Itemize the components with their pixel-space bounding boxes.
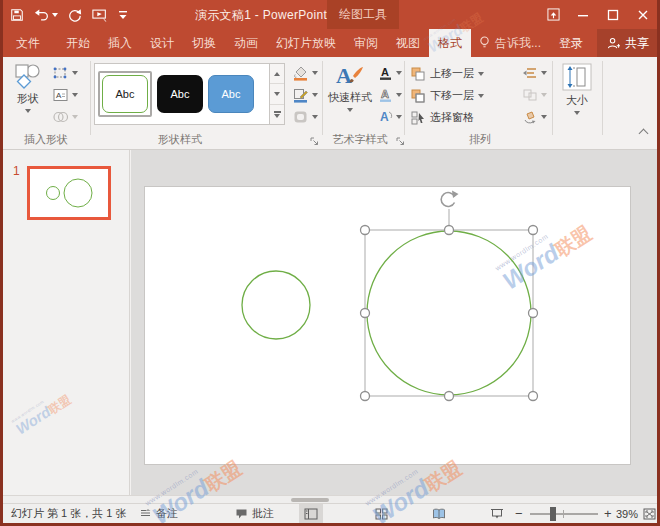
text-outline-icon: A: [378, 87, 393, 103]
resize-handle-bottom-left[interactable]: [361, 392, 370, 401]
resize-handle-right[interactable]: [529, 309, 538, 318]
svg-text:A: A: [336, 63, 352, 88]
gallery-scroll-up-button[interactable]: [270, 64, 284, 84]
collapse-ribbon-button[interactable]: [640, 123, 647, 141]
undo-button[interactable]: [34, 8, 58, 21]
shape-style-gallery: Abc Abc Abc: [94, 63, 270, 125]
undo-dropdown-arrow-icon[interactable]: [52, 13, 58, 17]
tab-format[interactable]: 格式: [429, 29, 471, 57]
align-objects-button[interactable]: [522, 66, 547, 80]
contextual-tab-group-drawing-tools: 绘图工具: [327, 0, 399, 29]
group-dropdown-arrow-icon: [541, 93, 547, 97]
shapes-label: 形状: [17, 91, 39, 106]
tab-file[interactable]: 文件: [0, 29, 49, 57]
send-backward-label: 下移一层: [430, 88, 474, 103]
quick-styles-button[interactable]: A 快速样式: [328, 62, 372, 112]
wordart-quick-styles-icon: A: [335, 62, 365, 88]
send-backward-icon: [410, 88, 426, 103]
share-button[interactable]: 共享: [597, 29, 659, 57]
shape-effects-button[interactable]: [292, 109, 318, 125]
tab-design[interactable]: 设计: [141, 29, 183, 57]
edit-shape-button[interactable]: [52, 65, 78, 81]
group-label-insert-shapes: 插入形状: [6, 132, 86, 147]
minimize-button[interactable]: [568, 0, 598, 29]
shapes-gallery-button[interactable]: 形状: [10, 63, 46, 113]
resize-handle-top-left[interactable]: [361, 226, 370, 235]
close-button[interactable]: [628, 0, 658, 29]
selection-pane-label: 选择窗格: [430, 110, 474, 125]
slide-editing-area[interactable]: [144, 186, 631, 465]
slide-sorter-view-button[interactable]: [369, 504, 393, 523]
size-dropdown-arrow-icon: [574, 111, 580, 115]
large-circle-shape[interactable]: [367, 231, 531, 395]
rotate-objects-button[interactable]: [522, 110, 547, 124]
slide-thumbnail-1[interactable]: [27, 166, 111, 220]
save-button[interactable]: [10, 8, 24, 22]
merge-shapes-button[interactable]: [52, 109, 78, 125]
maximize-button[interactable]: [598, 0, 628, 29]
comments-button[interactable]: 批注: [235, 504, 274, 523]
tab-transitions[interactable]: 切换: [183, 29, 225, 57]
text-effects-button[interactable]: A: [378, 109, 402, 125]
slide-sorter-icon: [375, 508, 388, 520]
shape-fill-button[interactable]: [292, 65, 318, 81]
shape-style-tile-3[interactable]: Abc: [208, 75, 254, 113]
tab-animations[interactable]: 动画: [225, 29, 267, 57]
shapes-dropdown-arrow-icon: [25, 109, 31, 113]
selection-pane-button[interactable]: 选择窗格: [410, 110, 474, 125]
window-title: 演示文稿1 - PowerPoint: [195, 7, 327, 24]
shapes-icon: [14, 63, 42, 89]
tab-insert[interactable]: 插入: [99, 29, 141, 57]
horizontal-scrollbar-thumb[interactable]: [291, 498, 329, 502]
gallery-more-button[interactable]: [270, 105, 284, 124]
size-group-button[interactable]: 大小: [558, 63, 596, 115]
normal-view-button[interactable]: [299, 504, 323, 523]
resize-handle-top-right[interactable]: [529, 226, 538, 235]
zoom-slider[interactable]: [530, 504, 598, 523]
notes-button[interactable]: 备注: [139, 504, 178, 523]
start-slideshow-button[interactable]: [92, 8, 108, 22]
send-backward-button[interactable]: 下移一层: [410, 88, 484, 103]
text-box-button[interactable]: A: [52, 87, 78, 103]
bring-forward-dropdown-arrow-icon: [478, 72, 484, 76]
resize-handle-bottom-right[interactable]: [529, 392, 538, 401]
zoom-level[interactable]: 39%: [616, 504, 638, 523]
resize-handle-top[interactable]: [445, 226, 454, 235]
resize-handle-bottom[interactable]: [445, 392, 454, 401]
shape-styles-dialog-launcher[interactable]: [310, 137, 319, 146]
svg-text:A: A: [380, 110, 389, 124]
gallery-scroll-down-button[interactable]: [270, 84, 284, 104]
group-objects-button[interactable]: [522, 88, 547, 102]
tab-home[interactable]: 开始: [57, 29, 99, 57]
reading-view-button[interactable]: [427, 504, 451, 523]
slideshow-view-button[interactable]: [485, 504, 509, 523]
ribbon-display-options-button[interactable]: [538, 0, 568, 29]
fit-slide-to-window-button[interactable]: [643, 504, 656, 523]
zoom-slider-track[interactable]: [530, 513, 598, 515]
shape-outline-button[interactable]: [292, 87, 318, 103]
zoom-slider-thumb[interactable]: [550, 507, 556, 521]
resize-handle-left[interactable]: [361, 309, 370, 318]
text-outline-button[interactable]: A: [378, 87, 402, 103]
wordart-dialog-launcher[interactable]: [396, 137, 405, 146]
horizontal-scrollbar[interactable]: [3, 495, 657, 503]
tellme-box[interactable]: 告诉我...: [471, 29, 549, 57]
slide-canvas[interactable]: [131, 150, 657, 495]
redo-button[interactable]: [68, 8, 82, 22]
small-circle-shape[interactable]: [242, 271, 310, 339]
shape-style-tile-2[interactable]: Abc: [157, 75, 203, 113]
zoom-out-button[interactable]: −: [515, 504, 523, 523]
slide-number: 1: [13, 164, 20, 178]
shape-style-1-selected[interactable]: Abc: [98, 71, 152, 117]
slide-thumbnail-panel[interactable]: 1: [3, 150, 130, 495]
zoom-in-button[interactable]: +: [604, 504, 612, 523]
bring-forward-button[interactable]: 上移一层: [410, 66, 484, 81]
selection-pane-icon: [410, 110, 426, 125]
signin-button[interactable]: 登录: [549, 29, 593, 57]
customize-qat-button[interactable]: [118, 9, 128, 21]
rotation-handle[interactable]: [441, 191, 458, 207]
tab-review[interactable]: 审阅: [345, 29, 387, 57]
tab-view[interactable]: 视图: [387, 29, 429, 57]
tab-slideshow[interactable]: 幻灯片放映: [267, 29, 345, 57]
text-fill-button[interactable]: A: [378, 65, 402, 81]
